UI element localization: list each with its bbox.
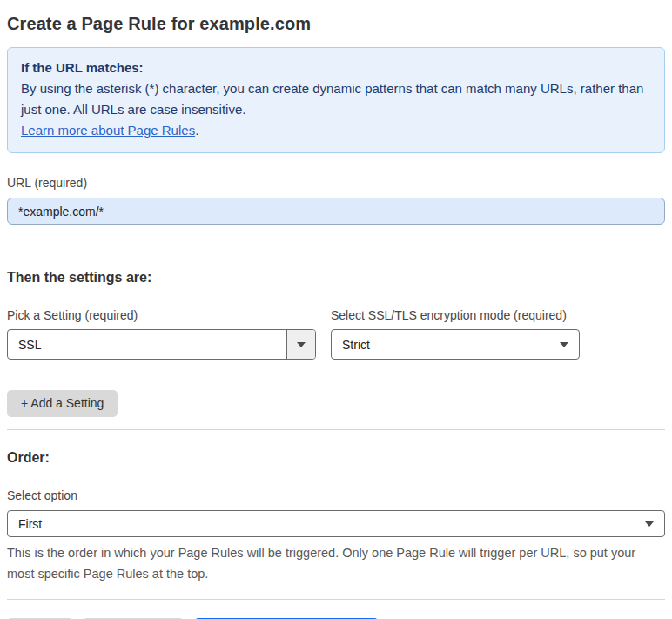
setting-picker-column: Pick a Setting (required) SSL: [7, 307, 316, 360]
section-divider: [7, 252, 665, 252]
learn-more-link[interactable]: Learn more about Page Rules: [21, 123, 195, 138]
order-help-text: This is the order in which your Page Rul…: [7, 542, 651, 584]
setting-picker-label: Pick a Setting (required): [7, 307, 316, 323]
add-setting-button[interactable]: + Add a Setting: [7, 390, 118, 417]
order-select-label: Select option: [7, 488, 665, 503]
info-box-heading: If the URL matches:: [21, 57, 651, 78]
url-match-info-box: If the URL matches: By using the asteris…: [7, 47, 665, 153]
setting-select[interactable]: SSL: [7, 329, 316, 360]
info-box-link-line: Learn more about Page Rules.: [21, 120, 651, 141]
page-title: Create a Page Rule for example.com: [7, 12, 665, 35]
chevron-down-icon: [297, 342, 306, 347]
order-select[interactable]: First: [7, 510, 665, 537]
create-page-rule-form: Create a Page Rule for example.com If th…: [0, 0, 672, 619]
ssl-mode-select[interactable]: Strict: [331, 329, 580, 360]
ssl-mode-label: Select SSL/TLS encryption mode (required…: [331, 307, 580, 323]
chevron-down-icon: [560, 342, 568, 347]
section-divider: [7, 429, 665, 430]
order-section-heading: Order:: [7, 449, 665, 467]
setting-select-arrow-button[interactable]: [286, 330, 315, 359]
chevron-down-icon: [645, 521, 654, 527]
order-select-value: First: [8, 517, 635, 531]
url-field-label: URL (required): [7, 175, 665, 191]
ssl-mode-select-arrow: [549, 330, 579, 359]
ssl-mode-select-value: Strict: [332, 338, 549, 352]
section-divider: [7, 599, 665, 600]
settings-section-heading: Then the settings are:: [7, 269, 665, 286]
setting-select-value: SSL: [8, 338, 286, 352]
link-suffix: .: [195, 123, 198, 138]
info-box-body: By using the asterisk (*) character, you…: [21, 78, 651, 120]
settings-row: Pick a Setting (required) SSL Select SSL…: [7, 307, 665, 360]
url-input[interactable]: [7, 198, 665, 225]
order-select-arrow: [635, 511, 664, 536]
ssl-mode-column: Select SSL/TLS encryption mode (required…: [331, 307, 580, 360]
